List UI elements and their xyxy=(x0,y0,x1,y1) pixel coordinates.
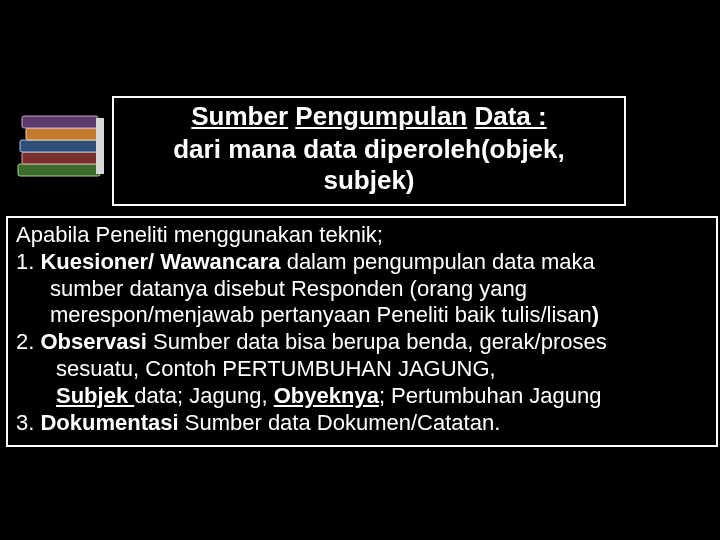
title-line2: dari mana data diperoleh(objek, subjek) xyxy=(134,134,604,196)
body-line-1: Apabila Peneliti menggunakan teknik; xyxy=(16,222,708,249)
body-line-2: 1. Kuesioner/ Wawancara dalam pengumpula… xyxy=(16,249,708,276)
title-box: Sumber Pengumpulan Data : dari mana data… xyxy=(112,96,626,206)
body-line-3: sumber datanya disebut Responden (orang … xyxy=(16,276,708,303)
books-illustration xyxy=(14,106,110,186)
body-box: Apabila Peneliti menggunakan teknik; 1. … xyxy=(6,216,718,447)
body-line-5: 2. Observasi Sumber data bisa berupa ben… xyxy=(16,329,708,356)
svg-rect-0 xyxy=(18,164,100,176)
body-line-7: Subjek data; Jagung, Obyeknya; Pertumbuh… xyxy=(16,383,708,410)
title-line1: Sumber Pengumpulan Data : xyxy=(134,102,604,132)
svg-rect-3 xyxy=(26,128,98,140)
svg-rect-5 xyxy=(96,118,104,174)
svg-rect-4 xyxy=(22,116,98,128)
slide: Sumber Pengumpulan Data : dari mana data… xyxy=(0,0,720,540)
title-word-sumber: Sumber xyxy=(191,101,288,131)
svg-rect-1 xyxy=(22,152,100,164)
title-word-pengumpulan: Pengumpulan xyxy=(295,101,467,131)
body-line-8: 3. Dokumentasi Sumber data Dokumen/Catat… xyxy=(16,410,708,437)
body-line-4: merespon/menjawab pertanyaan Peneliti ba… xyxy=(16,302,708,329)
body-line-6: sesuatu, Contoh PERTUMBUHAN JAGUNG, xyxy=(16,356,708,383)
svg-rect-2 xyxy=(20,140,100,152)
title-word-data: Data : xyxy=(474,101,546,131)
